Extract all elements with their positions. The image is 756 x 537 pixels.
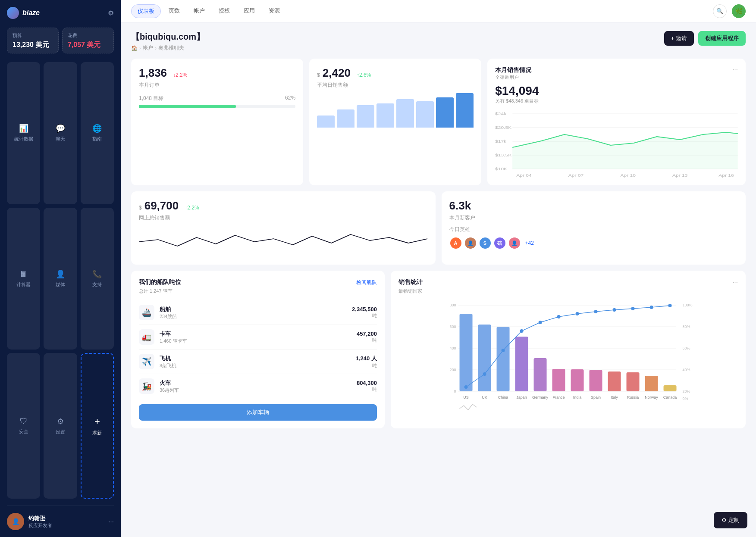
heroes-label: 今日英雄 (449, 226, 738, 233)
support-label: 支持 (92, 281, 102, 288)
monthly-sales-more[interactable]: ⋯ (732, 66, 738, 73)
settings-label: 设置 (56, 429, 65, 435)
bar-7 (436, 97, 454, 128)
svg-text:China: China (498, 395, 508, 400)
hero-avatar-5: 👤 (508, 237, 521, 250)
heroes-more-count: +42 (525, 240, 534, 246)
train-icon: 🚂 (139, 378, 154, 394)
ship-value: 2,345,500 吨 (352, 306, 377, 319)
orders-label: 本月订单 (139, 81, 295, 89)
mini-bar-chart (317, 93, 474, 128)
svg-text:800: 800 (449, 303, 456, 307)
tab-auth[interactable]: 授权 (213, 4, 236, 18)
plane-sub: 8架飞机 (160, 362, 351, 369)
fleet-header: 我们的船队吨位 检阅舰队 (139, 278, 377, 286)
sidebar-item-add[interactable]: + 添新 (81, 353, 114, 499)
svg-text:Apr 04: Apr 04 (517, 173, 532, 178)
sidebar-item-security[interactable]: 🛡 安全 (7, 353, 40, 499)
svg-text:Italy: Italy (611, 395, 618, 400)
monthly-sales-title-area: 本月销售情况 全渠道用户 (495, 66, 531, 81)
truck-sub: 1,460 辆卡车 (160, 338, 351, 344)
user-avatar: 👤 (7, 513, 24, 530)
chat-icon: 💬 (56, 124, 65, 133)
avg-sales-value: 2,420 (323, 66, 351, 80)
svg-text:60%: 60% (682, 346, 690, 350)
monthly-sales-subtitle: 全渠道用户 (495, 74, 531, 81)
svg-text:400: 400 (449, 346, 456, 350)
tab-dashboard[interactable]: 仪表板 (131, 4, 161, 18)
fleet-card: 我们的船队吨位 检阅舰队 总计 1,247 辆车 🚢 船舶 234艘船 2,34… (131, 271, 385, 428)
bar-uk (478, 325, 491, 391)
total-sales-prefix: $ (139, 205, 142, 211)
add-label: 添新 (92, 430, 102, 436)
logo-icon (7, 7, 19, 19)
tab-apps[interactable]: 应用 (238, 4, 261, 18)
add-icon: + (94, 416, 100, 427)
tab-pages[interactable]: 页数 (163, 4, 186, 18)
page-header: 【biqubiqu.com】 🏠 › 帐户 › 奥弗维耶夫 + 邀请 创建应用程… (131, 31, 746, 52)
search-button[interactable]: 🔍 (713, 4, 727, 18)
sidebar-item-guide[interactable]: 🌐 指南 (81, 62, 114, 204)
sidebar-item-stats[interactable]: 📊 统计数据 (7, 62, 40, 204)
budget-value: 13,230 美元 (13, 41, 53, 49)
sales-stats-card: 销售统计 ⋯ 最畅销国家 800 600 400 200 0 (391, 271, 746, 428)
add-vehicle-button[interactable]: 添加车辆 (139, 404, 377, 421)
plane-name: 飞机 (160, 355, 351, 362)
bar-norway (645, 376, 658, 391)
svg-point-32 (483, 372, 486, 376)
fleet-item-train: 🚂 火车 36趟列车 804,300 吨 (139, 374, 377, 398)
svg-text:Spain: Spain (591, 395, 601, 400)
bar-italy (608, 372, 621, 391)
sidebar-item-settings[interactable]: ⚙ 设置 (44, 353, 77, 499)
sidebar-logo-area: blaze ⚙ (7, 7, 114, 19)
svg-text:80%: 80% (682, 325, 690, 329)
breadcrumb-current: 奥弗维耶夫 (158, 44, 184, 52)
calc-icon: 🖩 (20, 270, 28, 279)
sidebar-settings-icon[interactable]: ⚙ (108, 9, 114, 17)
nav-grid: 📊 统计数据 💬 聊天 🌐 指南 🖩 计算器 👤 媒体 📞 支持 🛡 安全 ⚙ (7, 62, 114, 499)
svg-text:40%: 40% (682, 368, 690, 372)
expense-value: 7,057 美元 (68, 41, 108, 49)
guide-label: 指南 (92, 136, 102, 142)
sales-stats-header: 销售统计 ⋯ (398, 278, 738, 286)
svg-text:200: 200 (449, 368, 456, 372)
orders-bar-fill (139, 105, 236, 108)
sidebar-item-calc[interactable]: 🖩 计算器 (7, 208, 40, 350)
svg-text:UK: UK (482, 395, 487, 400)
breadcrumb-accounts: 帐户 (143, 44, 153, 52)
orders-pct: 62% (285, 95, 295, 102)
sidebar-item-chat[interactable]: 💬 聊天 (44, 62, 77, 204)
bar-spain (589, 370, 602, 391)
expense-label: 花费 (68, 32, 108, 39)
more-icon[interactable]: ⋯ (108, 518, 114, 525)
avg-sales-change: ↑2.6% (357, 72, 371, 78)
svg-text:100%: 100% (682, 303, 692, 307)
tab-accounts[interactable]: 帐户 (188, 4, 211, 18)
tab-resources[interactable]: 资源 (263, 4, 286, 18)
topnav-actions: 🔍 🌿 (713, 4, 746, 18)
train-sub: 36趟列车 (160, 387, 351, 393)
sidebar-item-support[interactable]: 📞 支持 (81, 208, 114, 350)
svg-text:Russia: Russia (627, 395, 639, 400)
total-sales-label: 网上总销售额 (139, 214, 428, 222)
create-app-button[interactable]: 创建应用程序 (698, 31, 746, 46)
fleet-link[interactable]: 检阅舰队 (356, 279, 377, 286)
user-avatar-top[interactable]: 🌿 (732, 4, 746, 18)
bottom-row: 我们的船队吨位 检阅舰队 总计 1,247 辆车 🚢 船舶 234艘船 2,34… (131, 271, 746, 428)
sales-stats-more[interactable]: ⋯ (732, 279, 738, 286)
svg-text:$20.5K: $20.5K (495, 125, 511, 130)
sidebar-item-media[interactable]: 👤 媒体 (44, 208, 77, 350)
truck-unit: 吨 (357, 337, 377, 343)
invite-button[interactable]: + 邀请 (664, 31, 694, 46)
support-icon: 📞 (92, 269, 102, 279)
bar-8 (456, 93, 474, 128)
svg-point-38 (594, 310, 597, 313)
hero-avatar-3: S (479, 237, 492, 250)
svg-text:$17k: $17k (495, 139, 507, 144)
customize-button[interactable]: ⚙ 定制 (714, 512, 747, 528)
svg-point-40 (631, 307, 634, 310)
main-content: 仪表板 页数 帐户 授权 应用 资源 🔍 🌿 【biqubiqu.com】 🏠 … (121, 0, 756, 537)
truck-amount: 457,200 (357, 331, 377, 337)
svg-text:Germany: Germany (532, 395, 549, 400)
bar-france (552, 369, 565, 391)
